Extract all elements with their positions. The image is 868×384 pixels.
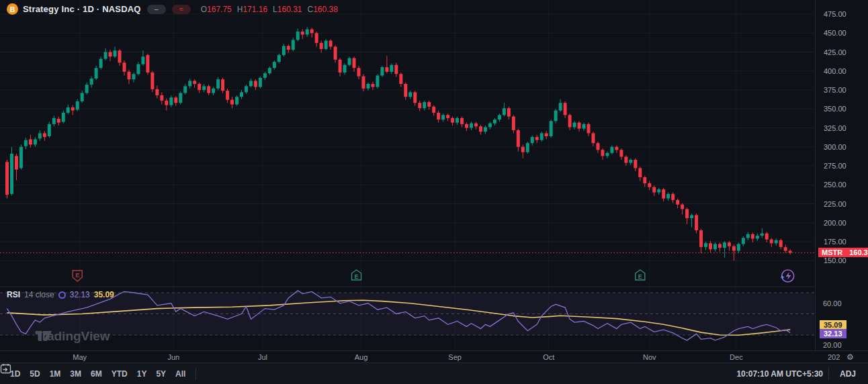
candle-body	[465, 124, 468, 128]
candle-body	[737, 244, 740, 250]
axis-settings-gear-icon[interactable]: ⚙	[847, 352, 854, 362]
candle-body	[592, 133, 595, 143]
toolbar-right: 10:07:10 AM UTC+5:30 ADJ	[736, 368, 861, 380]
symbol-title[interactable]: Strategy Inc · 1D · NASDAQ	[23, 4, 141, 14]
svg-text:E: E	[638, 273, 642, 280]
candle-body	[559, 103, 562, 110]
candle-body	[474, 124, 478, 127]
clock-display[interactable]: 10:07:10 AM UTC+5:30	[736, 369, 823, 379]
candle-body	[235, 97, 238, 104]
month-label-oct: Oct	[543, 353, 554, 361]
candle-body	[127, 72, 130, 79]
trading-chart-window: EEE B Strategy Inc · 1D · NASDAQ – ≈ O16…	[0, 0, 868, 384]
market-status-pill-icon[interactable]: –	[147, 5, 166, 14]
candle-body	[339, 60, 342, 73]
earnings-icon[interactable]: E	[73, 271, 82, 281]
range-button-all[interactable]: All	[171, 367, 190, 381]
rsi-tick-60: 60.00	[823, 299, 842, 307]
candle-body	[455, 118, 459, 123]
candle-body	[601, 150, 604, 156]
price-chart-canvas[interactable]: EEE	[0, 0, 815, 350]
range-button-5y[interactable]: 5Y	[151, 367, 171, 381]
candle-body	[761, 234, 764, 236]
price-tick: 400.00	[824, 67, 847, 75]
adj-toggle[interactable]: ADJ	[834, 368, 861, 380]
candle-body	[394, 65, 398, 75]
candle-body	[624, 156, 627, 162]
month-label-jul: Jul	[258, 353, 267, 361]
candle-body	[484, 127, 487, 132]
candle-body	[695, 215, 698, 230]
rsi-indicator-header[interactable]: RSI 14 close 32.13 35.09	[7, 290, 114, 299]
candle-body	[451, 118, 454, 123]
symbol-logo-icon[interactable]: B	[7, 3, 18, 15]
candle-body	[531, 137, 534, 143]
candle-body	[662, 189, 665, 199]
candle-body	[254, 81, 257, 87]
price-tick: 350.00	[824, 105, 847, 113]
candle-body	[95, 68, 98, 79]
candle-body	[681, 205, 684, 209]
time-axis[interactable]: 202 ⚙ MayJunJulAugSepOctNovDec	[0, 350, 868, 363]
candle-body	[756, 236, 759, 239]
symbol-header: B Strategy Inc · 1D · NASDAQ – ≈ O167.75…	[7, 3, 338, 15]
go-to-date-icon[interactable]	[202, 368, 216, 380]
candle-body	[277, 55, 281, 62]
candle-body	[221, 79, 224, 91]
volatility-pill-icon[interactable]: ≈	[172, 5, 191, 14]
candle-body	[132, 74, 135, 79]
candle-body	[418, 103, 421, 108]
candle-body	[371, 84, 374, 87]
range-button-1y[interactable]: 1Y	[132, 367, 152, 381]
range-button-5d[interactable]: 5D	[25, 367, 44, 381]
candle-body	[432, 107, 435, 113]
candle-body	[15, 156, 18, 169]
candle-body	[136, 64, 140, 75]
candle-body	[578, 123, 581, 129]
candle-body	[423, 102, 426, 108]
price-tick: 300.00	[824, 143, 847, 151]
candle-body	[568, 115, 572, 127]
tradingview-logo-icon	[35, 329, 52, 344]
range-button-3m[interactable]: 3M	[65, 367, 86, 381]
candle-body	[671, 194, 675, 200]
candle-body	[376, 76, 379, 87]
candle-body	[550, 121, 553, 136]
candle-body	[657, 189, 660, 193]
candle-body	[629, 160, 632, 163]
earnings-icon[interactable]: E	[636, 270, 645, 280]
candle-body	[202, 86, 206, 90]
candle-body	[699, 230, 703, 247]
low-label: L	[273, 5, 277, 14]
candle-body	[526, 143, 529, 152]
candle-body	[460, 118, 464, 124]
price-tick: 450.00	[824, 29, 847, 37]
open-value: 167.75	[207, 5, 232, 14]
range-button-6m[interactable]: 6M	[86, 367, 107, 381]
candle-body	[353, 58, 356, 68]
candle-body	[751, 234, 754, 239]
candle-body	[413, 92, 417, 103]
candle-body	[704, 243, 707, 247]
earnings-icon[interactable]: E	[352, 270, 361, 280]
price-tick: 200.00	[824, 219, 847, 227]
candle-body	[207, 86, 210, 93]
candle-body	[81, 93, 84, 101]
range-button-ytd[interactable]: YTD	[107, 367, 132, 381]
price-tick: 225.00	[824, 200, 847, 208]
candle-body	[296, 32, 300, 40]
price-tick: 175.00	[824, 238, 847, 246]
price-tick: 475.00	[824, 10, 847, 18]
candle-body	[198, 84, 201, 90]
candle-body	[765, 234, 769, 240]
candle-body	[114, 50, 117, 56]
candle-body	[380, 67, 384, 75]
price-axis[interactable]: 475.00450.00425.00400.00375.00350.00325.…	[815, 0, 868, 350]
candle-body	[643, 177, 646, 183]
bottom-toolbar: 1D5D1M3M6MYTD1Y5YAll 10:07:10 AM UTC+5:3…	[0, 363, 868, 384]
candle-body	[545, 133, 548, 136]
range-button-1m[interactable]: 1M	[45, 367, 66, 381]
candle-body	[5, 162, 9, 195]
flash-event-icon[interactable]	[781, 270, 794, 282]
candle-body	[263, 73, 267, 78]
